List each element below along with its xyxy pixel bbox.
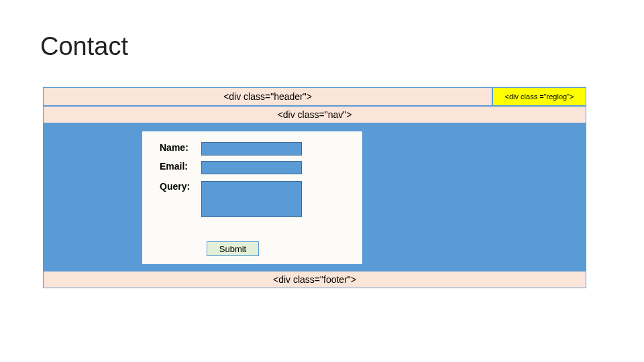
submit-button-label: Submit [219,244,246,254]
layout-wireframe: <div class="header"> <div class ="reglog… [43,87,586,288]
name-input[interactable] [201,142,302,156]
submit-button[interactable]: Submit [207,241,259,256]
contact-form-panel: Name: Email: Query: Submit [142,131,363,265]
top-row: <div class="header"> <div class ="reglog… [43,87,586,106]
reglog-block: <div class ="reglog"> [492,87,586,106]
query-label: Query: [160,181,201,192]
footer-block: <div class="footer"> [43,271,586,288]
form-row-name: Name: [160,142,302,156]
reglog-label: <div class ="reglog"> [505,93,574,101]
nav-label: <div class="nav"> [278,109,352,120]
email-input[interactable] [201,161,302,174]
name-label: Name: [160,142,201,153]
header-label: <div class="header"> [223,91,312,102]
form-row-query: Query: [160,181,302,217]
page-title: Contact [40,32,128,61]
footer-label: <div class="footer"> [273,274,356,285]
form-row-email: Email: [160,161,302,174]
query-textarea[interactable] [201,181,302,217]
main-block: Name: Email: Query: Submit [43,123,586,271]
nav-block: <div class="nav"> [43,106,586,123]
email-label: Email: [160,161,201,172]
header-block: <div class="header"> [43,87,492,106]
